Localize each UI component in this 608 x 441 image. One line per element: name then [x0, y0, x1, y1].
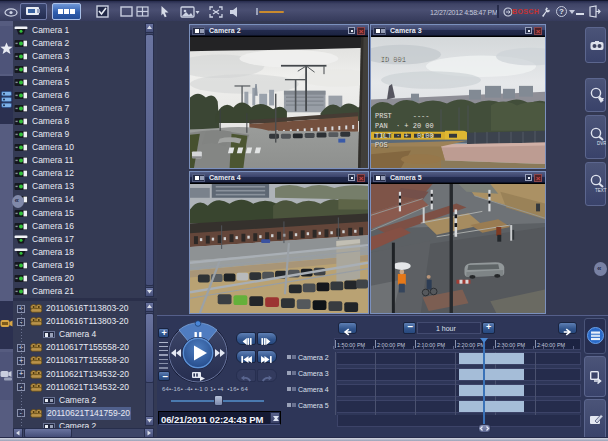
svg-text:ID 001: ID 001	[380, 56, 405, 64]
svg-text:PAN · + 20 00: PAN · + 20 00	[375, 122, 434, 130]
svg-text:POS: POS	[375, 142, 388, 150]
svg-text:TEXT: TEXT	[595, 188, 607, 193]
svg-text:DVR: DVR	[597, 141, 606, 146]
svg-text:PRST ----: PRST ----	[375, 112, 429, 120]
svg-text:TILT · + 0:00: TILT · + 0:00	[375, 132, 434, 140]
